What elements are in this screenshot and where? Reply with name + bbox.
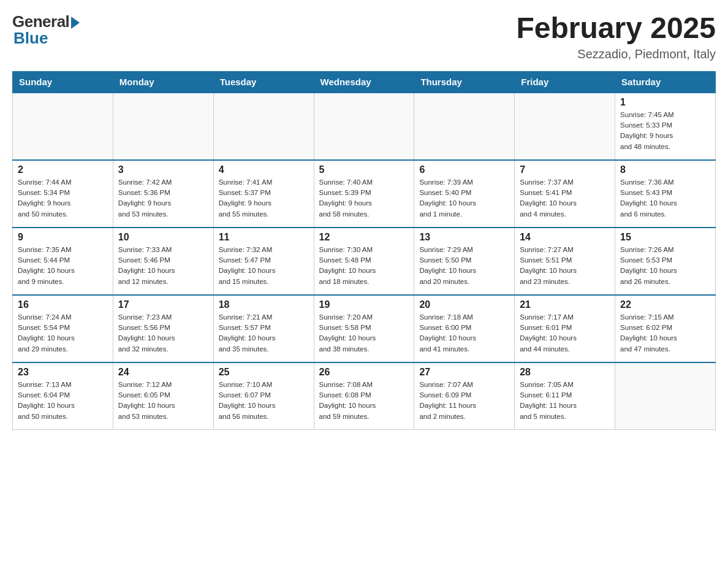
day-info: Sunrise: 7:39 AMSunset: 5:40 PMDaylight:…: [419, 177, 509, 220]
day-cell: 16Sunrise: 7:24 AMSunset: 5:54 PMDayligh…: [13, 295, 113, 362]
day-cell: 26Sunrise: 7:08 AMSunset: 6:08 PMDayligh…: [314, 362, 414, 430]
day-number: 19: [319, 299, 409, 310]
calendar-subtitle: Sezzadio, Piedmont, Italy: [516, 47, 716, 61]
day-info: Sunrise: 7:33 AMSunset: 5:46 PMDaylight:…: [118, 245, 208, 287]
day-cell: [414, 93, 515, 160]
calendar-title: February 2025: [516, 12, 716, 45]
day-info: Sunrise: 7:29 AMSunset: 5:50 PMDaylight:…: [419, 245, 509, 287]
day-cell: 17Sunrise: 7:23 AMSunset: 5:56 PMDayligh…: [113, 295, 213, 362]
day-number: 6: [419, 164, 509, 175]
week-row-4: 23Sunrise: 7:13 AMSunset: 6:04 PMDayligh…: [13, 362, 716, 430]
day-info: Sunrise: 7:23 AMSunset: 5:56 PMDaylight:…: [118, 312, 208, 354]
day-info: Sunrise: 7:40 AMSunset: 5:39 PMDaylight:…: [319, 177, 409, 220]
day-cell: 13Sunrise: 7:29 AMSunset: 5:50 PMDayligh…: [414, 228, 515, 295]
logo-blue-text: Blue: [12, 29, 48, 48]
day-info: Sunrise: 7:44 AMSunset: 5:34 PMDaylight:…: [18, 177, 108, 220]
day-number: 16: [18, 299, 108, 310]
day-number: 2: [18, 164, 108, 175]
day-info: Sunrise: 7:35 AMSunset: 5:44 PMDaylight:…: [18, 245, 108, 287]
day-cell: [314, 93, 414, 160]
day-number: 9: [18, 232, 108, 243]
day-info: Sunrise: 7:30 AMSunset: 5:48 PMDaylight:…: [319, 245, 409, 287]
day-cell: 14Sunrise: 7:27 AMSunset: 5:51 PMDayligh…: [515, 228, 615, 295]
day-cell: 10Sunrise: 7:33 AMSunset: 5:46 PMDayligh…: [113, 228, 213, 295]
day-info: Sunrise: 7:21 AMSunset: 5:57 PMDaylight:…: [219, 312, 309, 354]
day-number: 13: [419, 232, 509, 243]
day-number: 24: [118, 367, 208, 378]
day-number: 18: [219, 299, 309, 310]
header-friday: Friday: [515, 71, 615, 93]
day-info: Sunrise: 7:10 AMSunset: 6:07 PMDaylight:…: [219, 380, 309, 422]
header-saturday: Saturday: [615, 71, 716, 93]
day-cell: 20Sunrise: 7:18 AMSunset: 6:00 PMDayligh…: [414, 295, 515, 362]
header-monday: Monday: [113, 71, 213, 93]
day-cell: 8Sunrise: 7:36 AMSunset: 5:43 PMDaylight…: [615, 160, 716, 228]
day-cell: 28Sunrise: 7:05 AMSunset: 6:11 PMDayligh…: [515, 362, 615, 430]
day-cell: 24Sunrise: 7:12 AMSunset: 6:05 PMDayligh…: [113, 362, 213, 430]
day-cell: 21Sunrise: 7:17 AMSunset: 6:01 PMDayligh…: [515, 295, 615, 362]
day-info: Sunrise: 7:08 AMSunset: 6:08 PMDaylight:…: [319, 380, 409, 422]
day-info: Sunrise: 7:20 AMSunset: 5:58 PMDaylight:…: [319, 312, 409, 354]
title-section: February 2025 Sezzadio, Piedmont, Italy: [516, 12, 716, 61]
day-cell: 9Sunrise: 7:35 AMSunset: 5:44 PMDaylight…: [13, 228, 113, 295]
day-number: 23: [18, 367, 108, 378]
day-cell: [113, 93, 213, 160]
day-number: 7: [520, 164, 610, 175]
day-number: 15: [620, 232, 710, 243]
day-number: 8: [620, 164, 710, 175]
day-cell: 25Sunrise: 7:10 AMSunset: 6:07 PMDayligh…: [213, 362, 314, 430]
day-cell: [213, 93, 314, 160]
day-number: 28: [520, 367, 610, 378]
day-cell: 4Sunrise: 7:41 AMSunset: 5:37 PMDaylight…: [213, 160, 314, 228]
day-info: Sunrise: 7:07 AMSunset: 6:09 PMDaylight:…: [419, 380, 509, 422]
week-row-0: 1Sunrise: 7:45 AMSunset: 5:33 PMDaylight…: [13, 93, 716, 160]
day-info: Sunrise: 7:42 AMSunset: 5:36 PMDaylight:…: [118, 177, 208, 220]
day-info: Sunrise: 7:13 AMSunset: 6:04 PMDaylight:…: [18, 380, 108, 422]
day-cell: 27Sunrise: 7:07 AMSunset: 6:09 PMDayligh…: [414, 362, 515, 430]
day-number: 25: [219, 367, 309, 378]
day-number: 1: [620, 97, 710, 108]
day-number: 26: [319, 367, 409, 378]
logo: General Blue: [12, 12, 80, 48]
header-row: SundayMondayTuesdayWednesdayThursdayFrid…: [13, 71, 716, 93]
day-cell: 7Sunrise: 7:37 AMSunset: 5:41 PMDaylight…: [515, 160, 615, 228]
day-number: 27: [419, 367, 509, 378]
day-number: 4: [219, 164, 309, 175]
day-number: 3: [118, 164, 208, 175]
day-cell: 1Sunrise: 7:45 AMSunset: 5:33 PMDaylight…: [615, 93, 716, 160]
day-cell: [515, 93, 615, 160]
day-number: 21: [520, 299, 610, 310]
day-number: 14: [520, 232, 610, 243]
week-row-1: 2Sunrise: 7:44 AMSunset: 5:34 PMDaylight…: [13, 160, 716, 228]
day-info: Sunrise: 7:36 AMSunset: 5:43 PMDaylight:…: [620, 177, 710, 220]
day-cell: 11Sunrise: 7:32 AMSunset: 5:47 PMDayligh…: [213, 228, 314, 295]
header-tuesday: Tuesday: [213, 71, 314, 93]
day-number: 10: [118, 232, 208, 243]
day-number: 11: [219, 232, 309, 243]
logo-arrow-icon: [71, 17, 80, 29]
day-cell: [615, 362, 716, 430]
day-cell: 15Sunrise: 7:26 AMSunset: 5:53 PMDayligh…: [615, 228, 716, 295]
week-row-2: 9Sunrise: 7:35 AMSunset: 5:44 PMDaylight…: [13, 228, 716, 295]
day-info: Sunrise: 7:45 AMSunset: 5:33 PMDaylight:…: [620, 110, 710, 152]
day-cell: 2Sunrise: 7:44 AMSunset: 5:34 PMDaylight…: [13, 160, 113, 228]
day-number: 17: [118, 299, 208, 310]
day-cell: 18Sunrise: 7:21 AMSunset: 5:57 PMDayligh…: [213, 295, 314, 362]
day-info: Sunrise: 7:37 AMSunset: 5:41 PMDaylight:…: [520, 177, 610, 220]
day-info: Sunrise: 7:15 AMSunset: 6:02 PMDaylight:…: [620, 312, 710, 354]
day-cell: 12Sunrise: 7:30 AMSunset: 5:48 PMDayligh…: [314, 228, 414, 295]
day-info: Sunrise: 7:18 AMSunset: 6:00 PMDaylight:…: [419, 312, 509, 354]
day-cell: 3Sunrise: 7:42 AMSunset: 5:36 PMDaylight…: [113, 160, 213, 228]
day-info: Sunrise: 7:32 AMSunset: 5:47 PMDaylight:…: [219, 245, 309, 287]
header-wednesday: Wednesday: [314, 71, 414, 93]
header-thursday: Thursday: [414, 71, 515, 93]
calendar-table: SundayMondayTuesdayWednesdayThursdayFrid…: [12, 71, 716, 431]
day-cell: 19Sunrise: 7:20 AMSunset: 5:58 PMDayligh…: [314, 295, 414, 362]
day-number: 5: [319, 164, 409, 175]
day-number: 22: [620, 299, 710, 310]
day-cell: 5Sunrise: 7:40 AMSunset: 5:39 PMDaylight…: [314, 160, 414, 228]
day-info: Sunrise: 7:17 AMSunset: 6:01 PMDaylight:…: [520, 312, 610, 354]
day-info: Sunrise: 7:41 AMSunset: 5:37 PMDaylight:…: [219, 177, 309, 220]
day-info: Sunrise: 7:27 AMSunset: 5:51 PMDaylight:…: [520, 245, 610, 287]
day-info: Sunrise: 7:26 AMSunset: 5:53 PMDaylight:…: [620, 245, 710, 287]
